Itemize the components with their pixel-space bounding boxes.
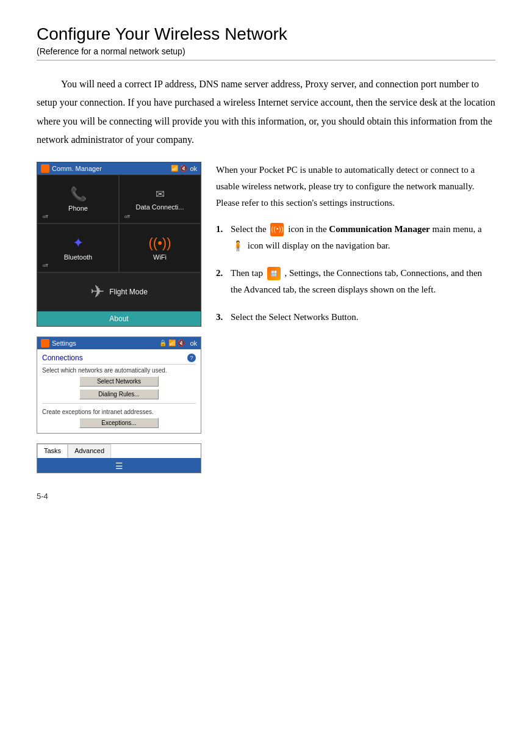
- exceptions-button[interactable]: Exceptions...: [79, 418, 159, 428]
- cm-cell-bluetooth[interactable]: ✦ Bluetooth off: [37, 224, 119, 272]
- tabs-screen: Tasks Advanced ☰: [37, 443, 201, 473]
- settings-connections-label: Connections: [42, 354, 83, 362]
- cm-flight-label: Flight Mode: [109, 288, 148, 296]
- comm-manager-screen: Comm. Manager 📶 🔇 ok 📞 Phone off ✉ Data …: [37, 162, 201, 327]
- settings-desc1: Select which networks are automatically …: [42, 367, 196, 374]
- cm-data-off: off: [124, 214, 130, 219]
- settings-titlebar-title: Settings: [52, 340, 76, 347]
- select-networks-button[interactable]: Select Networks: [79, 376, 159, 387]
- left-column: Comm. Manager 📶 🔇 ok 📞 Phone off ✉ Data …: [37, 162, 201, 473]
- settings-signal-icon: 📶: [168, 340, 176, 346]
- step-3: 3. Select the Select Networks Button.: [216, 309, 495, 325]
- step-2-number: 2.: [216, 265, 226, 282]
- cm-signal-icon: 📶: [171, 165, 178, 172]
- intro-text: You will need a correct IP address, DNS …: [37, 75, 495, 150]
- steps-list: 1. Select the ((•)) icon in the Communic…: [216, 221, 495, 325]
- dialing-rules-button[interactable]: Dialing Rules...: [79, 389, 159, 399]
- page-number: 5-4: [37, 492, 495, 501]
- step-3-number: 3.: [216, 309, 226, 325]
- step-3-content: Select the Select Networks Button.: [231, 309, 495, 325]
- title-divider: [37, 60, 495, 60]
- step-1: 1. Select the ((•)) icon in the Communic…: [216, 221, 495, 254]
- cm-about-label: About: [109, 314, 128, 323]
- settings-windows-icon: [41, 339, 49, 347]
- tabs-bar: Tasks Advanced: [37, 444, 201, 459]
- wifi-orange-icon: ((•)): [148, 235, 171, 251]
- settings-help-icon[interactable]: ?: [187, 354, 196, 362]
- cm-titlebar-icons: 📶 🔇: [171, 165, 187, 172]
- right-column: When your Pocket PC is unable to automat…: [216, 162, 495, 336]
- cm-titlebar-title: Comm. Manager: [52, 165, 168, 172]
- settings-screen: Settings 🔒 📶 🔇 ok Connections ? Select w…: [37, 336, 201, 434]
- content-columns: Comm. Manager 📶 🔇 ok 📞 Phone off ✉ Data …: [37, 162, 495, 473]
- tab-advanced[interactable]: Advanced: [68, 444, 111, 458]
- settings-titlebar-icons: 🔒 📶 🔇: [159, 340, 185, 346]
- start-step-icon: 🪟: [267, 267, 281, 280]
- cm-cell-phone[interactable]: 📞 Phone off: [37, 175, 119, 224]
- step-1-content: Select the ((•)) icon in the Communicati…: [231, 221, 495, 254]
- settings-connections-tab: Connections ?: [42, 352, 196, 365]
- cm-ok-label[interactable]: ok: [190, 165, 197, 172]
- comm-manager-bold: Communication Manager: [329, 224, 430, 234]
- tabs-content-icon: ☰: [115, 461, 123, 471]
- cm-titlebar: Comm. Manager 📶 🔇 ok: [37, 162, 201, 175]
- cm-volume-icon: 🔇: [180, 165, 187, 172]
- cm-flight-row[interactable]: ✈ Flight Mode: [37, 272, 201, 311]
- bluetooth-icon: ✦: [73, 235, 84, 251]
- wifi-step-icon: ((•)): [270, 223, 284, 236]
- cm-bt-label: Bluetooth: [64, 253, 92, 261]
- settings-lock-icon: 🔒: [159, 340, 167, 346]
- step-2-content: Then tap 🪟 , Settings, the Connections t…: [231, 265, 495, 298]
- cm-data-label: Data Connecti...: [136, 203, 184, 211]
- settings-exceptions-area: Create exceptions for intranet addresses…: [42, 403, 196, 428]
- flight-mode-icon: ✈: [90, 282, 104, 302]
- settings-titlebar: Settings 🔒 📶 🔇 ok: [37, 337, 201, 349]
- cm-phone-off: off: [43, 214, 48, 219]
- page-title: Configure Your Wireless Network: [37, 24, 495, 44]
- cm-windows-icon: [41, 164, 49, 173]
- cm-bt-off: off: [43, 263, 48, 268]
- page-subtitle: (Reference for a normal network setup): [37, 46, 495, 56]
- tabs-content: ☰: [37, 459, 201, 473]
- description-text: When your Pocket PC is unable to automat…: [216, 162, 495, 211]
- cm-cell-wifi[interactable]: ((•)) WiFi: [119, 224, 201, 272]
- step-2: 2. Then tap 🪟 , Settings, the Connection…: [216, 265, 495, 298]
- person-step-icon: 🧍: [232, 239, 243, 253]
- phone-icon: 📞: [70, 186, 87, 202]
- settings-body: Connections ? Select which networks are …: [37, 349, 201, 433]
- settings-volume-icon: 🔇: [178, 340, 185, 346]
- cm-cell-data[interactable]: ✉ Data Connecti... off: [119, 175, 201, 224]
- cm-grid: 📞 Phone off ✉ Data Connecti... off ✦ Blu…: [37, 175, 201, 311]
- settings-ok-label[interactable]: ok: [190, 340, 197, 347]
- step-1-number: 1.: [216, 221, 226, 238]
- tab-tasks[interactable]: Tasks: [37, 444, 68, 458]
- cm-about-bar[interactable]: About: [37, 311, 201, 326]
- data-icon: ✉: [156, 187, 165, 201]
- settings-desc2: Create exceptions for intranet addresses…: [42, 409, 196, 415]
- cm-phone-label: Phone: [68, 205, 88, 212]
- cm-wifi-label: WiFi: [153, 253, 167, 261]
